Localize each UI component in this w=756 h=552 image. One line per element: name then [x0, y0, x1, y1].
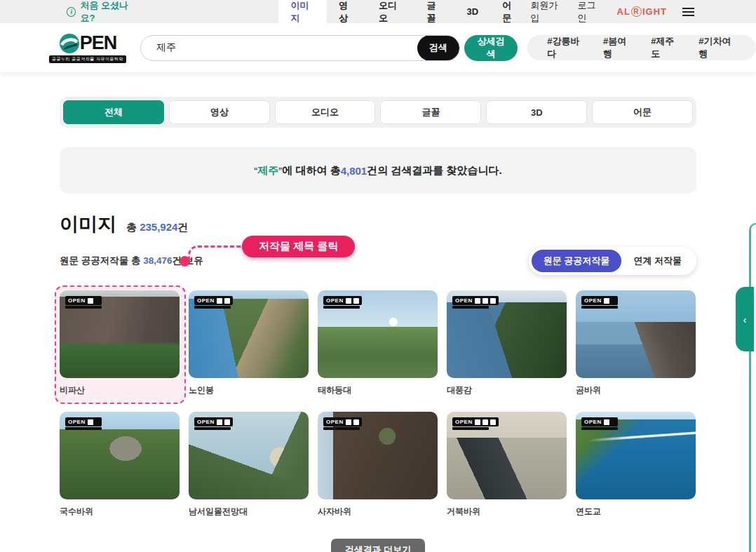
result-thumbnail[interactable]: OPEN [189, 412, 309, 499]
owned-count: 38,476 [143, 255, 172, 266]
license-icon [217, 298, 222, 304]
result-thumbnail[interactable]: OPEN [189, 290, 309, 378]
result-card[interactable]: OPEN 비파산 [60, 290, 180, 396]
media-type-nav: 이미지 영상 오디오 글꼴 3D 어문 [278, 0, 530, 23]
result-thumbnail[interactable]: OPEN [318, 412, 438, 499]
kogl-badge: OPEN [194, 296, 233, 309]
toggle-linked-works[interactable]: 연계 저작물 [621, 250, 694, 272]
license-icon [88, 419, 93, 425]
filter-3d[interactable]: 3D [486, 100, 587, 124]
result-card[interactable]: OPEN 국수바위 [60, 412, 180, 518]
result-thumbnail[interactable]: OPEN [60, 412, 180, 499]
search-result-summary: “제주”에 대하여 총 4,801건의 검색결과를 찾았습니다. [60, 147, 696, 194]
top-tab-3d[interactable]: 3D [455, 0, 491, 23]
hashtag-gangneung[interactable]: #강릉바다 [547, 35, 585, 60]
result-card[interactable]: OPEN 태하등대 [318, 290, 438, 396]
search-button[interactable]: 검색 [417, 35, 459, 61]
license-icon [482, 298, 488, 304]
alright-logo[interactable]: AL R IGHT [617, 6, 667, 17]
result-card[interactable]: OPEN 남서일몰전망대 [189, 412, 309, 518]
result-title[interactable]: 태하등대 [318, 384, 438, 396]
top-tab-video[interactable]: 영상 [327, 0, 367, 23]
result-title[interactable]: 사자바위 [318, 506, 438, 518]
kogl-badge: OPEN [581, 417, 618, 430]
result-card[interactable]: OPEN 연도교 [576, 412, 696, 518]
signup-link[interactable]: 회원가입 [530, 0, 562, 25]
result-thumbnail[interactable]: OPEN [60, 290, 180, 378]
result-title[interactable]: 남서일몰전망대 [189, 506, 309, 518]
hashtag-jeju[interactable]: #제주도 [651, 35, 680, 60]
filter-audio[interactable]: 오디오 [275, 100, 376, 124]
result-card[interactable]: OPEN 거북바위 [447, 412, 567, 518]
filter-literary[interactable]: 어문 [592, 100, 693, 124]
section-header: 이미지 총 235,924건 [60, 212, 696, 237]
top-tab-image[interactable]: 이미지 [278, 0, 327, 23]
side-panel-edge [749, 223, 756, 552]
search-input[interactable] [141, 42, 417, 53]
result-title[interactable]: 연도교 [576, 506, 696, 518]
hashtag-spring[interactable]: #봄여행 [603, 35, 633, 60]
top-tab-font[interactable]: 글꼴 [415, 0, 455, 23]
site-header: PEN 공공누리 공공저작물 자유이용허락 검색 상세검색 #강릉바다 #봄여행… [0, 23, 756, 72]
license-icon [346, 419, 351, 425]
toggle-original-works[interactable]: 원문 공공저작물 [532, 250, 622, 272]
search-box: 검색 [140, 35, 460, 61]
advanced-search-button[interactable]: 상세검색 [464, 35, 518, 61]
hashtag-train[interactable]: #기차여행 [698, 35, 736, 60]
license-icon [475, 298, 480, 304]
result-title[interactable]: 거북바위 [447, 506, 567, 518]
result-title[interactable]: 국수바위 [60, 506, 180, 518]
result-thumbnail[interactable]: OPEN [576, 412, 696, 499]
top-tab-literary[interactable]: 어문 [490, 0, 530, 23]
menu-icon[interactable] [682, 8, 694, 16]
alright-logo-left: AL [617, 6, 630, 17]
result-card[interactable]: OPEN 노인봉 [189, 290, 309, 396]
kogl-badge: OPEN [581, 296, 618, 309]
first-visit-link[interactable]: i 처음 오셨나요? [67, 0, 140, 23]
open-logo[interactable]: PEN 공공누리 공공저작물 자유이용허락 [56, 32, 119, 63]
info-icon: i [67, 7, 76, 17]
callout-connector-line [188, 245, 242, 260]
source-toggle: 원문 공공저작물 연계 저작물 [529, 247, 696, 275]
kogl-o-icon [59, 33, 80, 54]
kogl-badge: OPEN [194, 417, 233, 430]
result-title[interactable]: 비파산 [60, 384, 180, 396]
side-panel-toggle[interactable]: ‹ [736, 287, 754, 351]
result-thumbnail[interactable]: OPEN [447, 412, 567, 499]
alright-logo-right: IGHT [642, 6, 667, 17]
result-title[interactable]: 곰바위 [576, 384, 696, 396]
summary-count: 4,801 [341, 165, 367, 177]
license-icon [475, 419, 480, 425]
kogl-badge: OPEN [323, 417, 362, 430]
login-link[interactable]: 로그인 [578, 0, 602, 25]
license-icon [224, 419, 230, 425]
license-icon [490, 298, 496, 304]
section-total-count: 235,924 [140, 221, 177, 233]
license-icon [88, 298, 93, 304]
filter-font[interactable]: 글꼴 [380, 100, 481, 124]
license-icon [604, 298, 609, 304]
kogl-badge: OPEN [452, 417, 499, 430]
top-tab-audio[interactable]: 오디오 [367, 0, 415, 23]
results-grid: OPEN 비파산 OPEN 노인봉 OPEN 태하등대 [60, 290, 696, 518]
first-visit-label: 처음 오셨나요? [80, 0, 140, 25]
license-icon [604, 419, 609, 425]
result-card[interactable]: OPEN 곰바위 [576, 290, 696, 396]
summary-keyword: 제주 [257, 164, 278, 177]
kogl-badge: OPEN [65, 417, 102, 430]
license-icon [490, 419, 496, 425]
license-icon [346, 298, 351, 304]
load-more-button[interactable]: 검색결과 더보기 [331, 539, 426, 552]
result-thumbnail[interactable]: OPEN [576, 290, 696, 378]
tutorial-callout: 저작물 제목 클릭 [242, 236, 355, 257]
result-card[interactable]: OPEN 대풍감 [447, 290, 567, 396]
filter-video[interactable]: 영상 [169, 100, 270, 124]
result-thumbnail[interactable]: OPEN [318, 290, 438, 378]
results-subheader: 원문 공공저작물 총 38,476건 보유 원문 공공저작물 연계 저작물 [60, 247, 696, 275]
result-thumbnail[interactable]: OPEN [447, 290, 567, 378]
filter-all[interactable]: 전체 [63, 100, 164, 124]
result-title[interactable]: 노인봉 [189, 384, 309, 396]
result-title[interactable]: 대풍감 [447, 384, 567, 396]
logo-tagline: 공공누리 공공저작물 자유이용허락 [49, 55, 126, 63]
result-card[interactable]: OPEN 사자바위 [318, 412, 438, 518]
